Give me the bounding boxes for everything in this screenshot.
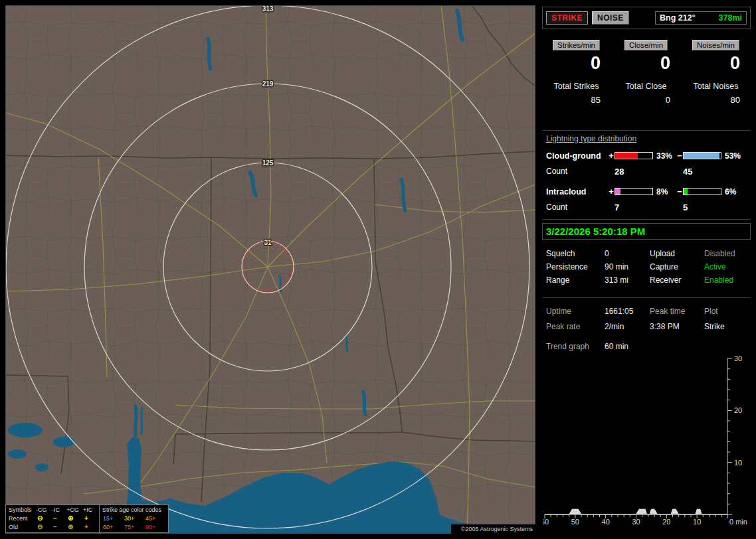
old-pcg-symbol: ⊕ — [68, 524, 73, 530]
age-15: 15+ — [103, 515, 113, 522]
peak-time-label: Peak time — [650, 304, 704, 319]
age-45: 45+ — [145, 515, 155, 522]
old-nic-symbol: − — [53, 524, 57, 530]
lightning-map[interactable]: 313 219 125 31 Symbols -CG -IC +CG +IC S… — [5, 5, 535, 534]
age-90: 90+ — [145, 524, 155, 530]
ic-positive-bar — [614, 188, 653, 195]
separator — [543, 219, 751, 220]
upload-status: Disabled — [704, 247, 749, 260]
uptime-value: 1661:05 — [605, 304, 650, 319]
old-ncg-symbol: ⊖ — [37, 524, 43, 530]
intracloud-count-row: Count 7 5 — [546, 202, 749, 212]
svg-text:0 min: 0 min — [729, 518, 747, 526]
svg-text:30: 30 — [734, 355, 742, 362]
legend-row-old-label: Old — [9, 524, 18, 530]
cg-negative-bar-fill — [684, 153, 719, 159]
receiver-status: Enabled — [704, 273, 749, 287]
plot-label: Plot — [704, 304, 749, 319]
distribution-title: Lightning type distribution — [546, 134, 749, 143]
total-noises-value: 80 — [681, 95, 751, 105]
old-pic-symbol: + — [84, 524, 88, 530]
total-strikes-value: 85 — [541, 95, 611, 105]
svg-text:20: 20 — [734, 406, 742, 414]
minus-sign: − — [676, 187, 683, 196]
strikes-per-min-value: 0 — [541, 53, 611, 74]
count-label: Count — [546, 202, 614, 212]
legend-header-nic: -IC — [52, 506, 60, 513]
lightning-distribution: Lightning type distribution Cloud-ground… — [546, 134, 749, 212]
rate-counters: Strikes/min 0 Total Strikes 85 Close/min… — [541, 38, 751, 105]
trend-graph-area: 3020106050403020100 min — [543, 355, 753, 536]
svg-text:40: 40 — [602, 518, 610, 526]
persistence-value: 90 min — [605, 260, 650, 273]
separator — [543, 297, 751, 298]
cg-negative-bar — [683, 152, 721, 159]
close-per-min-label: Close/min — [624, 40, 668, 50]
legend-symbols-title: Symbols — [9, 506, 32, 513]
legend-divider — [99, 505, 100, 532]
svg-text:10: 10 — [734, 459, 742, 467]
recent-pcg-symbol: ⊕ — [68, 515, 73, 522]
ic-negative-bar-fill — [684, 189, 688, 194]
ic-negative-pct: 6% — [721, 187, 749, 196]
svg-text:50: 50 — [571, 518, 579, 526]
persistence-label: Persistence — [546, 260, 605, 273]
map-legend: Symbols -CG -IC +CG +IC Strike age color… — [5, 504, 169, 533]
ring-label-313: 313 — [262, 5, 274, 13]
trend-graph-label: Trend graph — [546, 340, 605, 353]
uptime-label: Uptime — [546, 304, 605, 319]
trend-graph: 3020106050403020100 min — [543, 355, 753, 536]
age-30: 30+ — [124, 515, 134, 522]
trend-graph-value: 60 min — [605, 340, 650, 353]
minus-sign: − — [676, 151, 683, 161]
ic-negative-bar — [683, 188, 721, 195]
ic-negative-count: 5 — [683, 202, 749, 212]
range-label: Range — [546, 273, 605, 287]
recent-ncg-symbol: ⊖ — [37, 515, 43, 522]
legend-row-recent-label: Recent — [9, 515, 28, 522]
legend-age-title: Strike age color codes — [102, 506, 161, 513]
ic-positive-count: 7 — [614, 202, 683, 212]
legend-header-pcg: +CG — [66, 506, 79, 513]
nexstorm-window: 313 219 125 31 Symbols -CG -IC +CG +IC S… — [0, 0, 756, 539]
separator — [543, 130, 751, 131]
cg-positive-bar — [614, 152, 653, 159]
peak-time-value: 3:38 PM — [650, 319, 704, 335]
copyright-text: ©2005 Astrogenic Systems — [451, 524, 535, 534]
cloud-ground-count-row: Count 28 45 — [546, 167, 749, 176]
close-column: Close/min 0 Total Close 0 — [611, 38, 681, 105]
status-table: Uptime 1661:05 Peak time Plot Peak rate … — [546, 304, 749, 335]
squelch-value: 0 — [605, 247, 650, 260]
settings-table: Squelch 0 Upload Disabled Persistence 90… — [546, 247, 749, 287]
svg-text:30: 30 — [632, 518, 640, 526]
total-noises-label: Total Noises — [681, 82, 751, 91]
strike-toggle-button[interactable]: STRIKE — [546, 11, 588, 25]
strikes-per-min-label: Strikes/min — [553, 40, 600, 50]
cloud-ground-label: Cloud-ground — [546, 151, 608, 161]
noises-per-min-value: 0 — [681, 53, 751, 74]
noise-toggle-button[interactable]: NOISE — [592, 11, 629, 25]
capture-label: Capture — [650, 260, 704, 273]
ic-positive-bar-fill — [615, 189, 620, 194]
noises-per-min-label: Noises/min — [692, 40, 739, 50]
cg-negative-count: 45 — [683, 167, 749, 177]
close-per-min-value: 0 — [611, 53, 681, 74]
trend-config-row: Trend graph 60 min — [546, 340, 749, 353]
age-60: 60+ — [103, 524, 113, 530]
plus-sign: + — [608, 187, 614, 196]
total-strikes-label: Total Strikes — [541, 82, 611, 91]
cg-negative-pct: 53% — [721, 151, 749, 161]
range-value: 313 mi — [605, 273, 650, 287]
ring-label-125: 125 — [262, 159, 274, 167]
strikes-column: Strikes/min 0 Total Strikes 85 — [541, 38, 611, 105]
cloud-ground-row: Cloud-ground + 33% − 53% — [546, 151, 749, 160]
bearing-readout: Bng 212° 378mi — [655, 11, 747, 25]
total-close-label: Total Close — [611, 82, 681, 91]
bearing-value: Bng 212° — [660, 13, 696, 23]
ring-label-219: 219 — [262, 80, 274, 88]
legend-header-pic: +IC — [83, 506, 92, 513]
upload-label: Upload — [650, 247, 704, 260]
noises-column: Noises/min 0 Total Noises 80 — [681, 38, 751, 105]
map-canvas: 313 219 125 31 — [5, 5, 535, 534]
svg-text:20: 20 — [662, 518, 670, 526]
